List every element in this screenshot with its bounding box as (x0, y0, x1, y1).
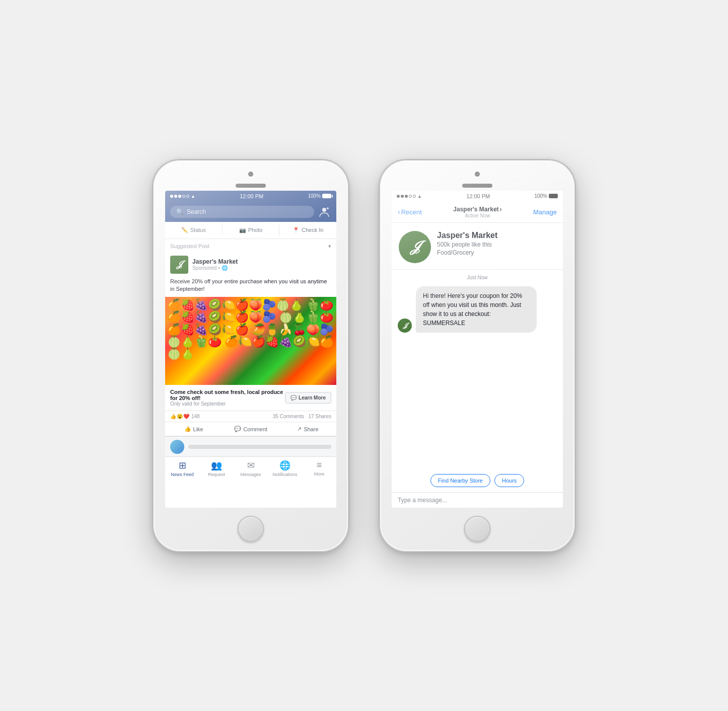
jaspers-market-logo-large: 𝒥 (399, 231, 431, 263)
messenger-icon: 💬 (290, 395, 297, 401)
wifi-icon: ▲ (191, 194, 195, 199)
manage-button[interactable]: Manage (533, 208, 557, 216)
fb-suggested-label: Suggested Post ▾ (165, 239, 336, 252)
like-button[interactable]: 👍 Like (165, 423, 222, 435)
photo-button[interactable]: 📷 Photo (223, 225, 280, 235)
news-feed-icon: ⊞ (179, 460, 186, 471)
fb-search-box[interactable]: 🔍 Search (170, 206, 314, 218)
fb-status-time: 12:00 PM (240, 193, 263, 199)
comments-count: 35 Comments (273, 414, 304, 419)
notifications-icon: 🌐 (279, 460, 290, 471)
cta-title: Come check out some fresh, local produce… (170, 389, 285, 401)
status-icon: ✏️ (181, 227, 188, 233)
msg-bubble: Hi there! Here's your coupon for 20% off… (416, 286, 537, 333)
share-button[interactable]: ↗ Share (279, 423, 336, 435)
wow-emoji: 😮 (177, 414, 183, 419)
status-battery: 100% (308, 193, 331, 199)
notifications-label: Notifications (272, 472, 297, 477)
status-signal: ▲ (170, 194, 195, 199)
comment-label: Comment (243, 426, 267, 432)
checkin-label: Check In (302, 227, 323, 233)
reaction-emojis: 👍 😮 ❤️ 148 (170, 414, 200, 419)
msg-page-info: Jasper's Market › Active Now (453, 206, 501, 218)
fb-status-bar: ▲ 12:00 PM 100% (165, 191, 336, 202)
sponsored-text: Sponsored (192, 265, 216, 271)
fb-bottom-nav: ⊞ News Feed 👥 Request ✉ Messages 🌐 Notif… (165, 456, 336, 479)
like-label: Like (193, 426, 203, 432)
globe-icon: 🌐 (222, 265, 228, 271)
home-button-2[interactable] (464, 516, 490, 542)
msg-nav-bar: ‹ Recent Jasper's Market › Active Now Ma… (392, 202, 563, 223)
msg-input-field[interactable]: Type a message... (398, 497, 557, 504)
msg-page-meta: Jasper's Market 500k people like this Fo… (437, 231, 556, 256)
checkin-icon: 📍 (293, 227, 300, 233)
msg-page-name-text: Jasper's Market (453, 206, 498, 213)
request-icon: 👥 (211, 460, 222, 471)
status-button[interactable]: ✏️ Status (165, 225, 223, 235)
find-nearby-store-button[interactable]: Find Nearby Store (430, 474, 490, 487)
volume-up-button-2 (379, 246, 380, 276)
more-icon: ≡ (317, 460, 322, 470)
facebook-screen: ▲ 12:00 PM 100% 🔍 Search (165, 191, 336, 508)
msg-sender-avatar: 𝒥 (398, 319, 412, 333)
msg-status-time: 12:00 PM (466, 193, 490, 199)
power-button (348, 246, 349, 286)
share-icon: ↗ (297, 426, 302, 432)
msg-timestamp: Just Now (398, 275, 557, 280)
msg-battery-icon (549, 194, 558, 198)
nav-request[interactable]: 👥 Request (199, 460, 234, 477)
msg-page-name[interactable]: Jasper's Market (437, 231, 556, 240)
checkin-button[interactable]: 📍 Check In (279, 225, 336, 235)
post-header: 𝒥 Jasper's Market Sponsored • 🌐 (165, 252, 336, 278)
mdot5 (413, 195, 416, 198)
hours-button[interactable]: Hours (494, 474, 524, 487)
earpiece (236, 184, 266, 188)
fb-actions-bar: 👍 Like 💬 Comment ↗ Share (165, 422, 336, 436)
home-button-1[interactable] (238, 516, 264, 542)
dot-separator: • (218, 265, 220, 271)
mdot3 (405, 195, 408, 198)
messenger-screen: ▲ 12:00 PM 100% ‹ Recent Jas (392, 191, 563, 508)
heart-emoji: ❤️ (183, 414, 189, 419)
post-page-name[interactable]: Jasper's Market (192, 258, 331, 265)
fb-post-bar: ✏️ Status 📷 Photo 📍 Check In (165, 222, 336, 239)
mdot4 (409, 195, 412, 198)
fb-profile-icon[interactable] (317, 205, 331, 219)
status-label: Status (190, 227, 206, 233)
photo-label: Photo (248, 227, 263, 233)
msg-signal-dots (397, 195, 416, 198)
msg-input-bar: Type a message... (392, 492, 563, 508)
mdot2 (401, 195, 404, 198)
mute-button (153, 221, 154, 239)
back-chevron-icon: ‹ (398, 208, 400, 216)
comment-button[interactable]: 💬 Comment (222, 423, 279, 435)
msg-page-status: Active Now (453, 213, 501, 218)
nav-messages[interactable]: ✉ Messages (234, 460, 268, 477)
title-chevron-icon: › (500, 206, 502, 213)
back-button[interactable]: ‹ Recent (398, 208, 422, 216)
suggested-chevron: ▾ (328, 243, 331, 250)
volume-up-button (153, 246, 154, 276)
msg-chat-area: Just Now 𝒥 Hi there! Here's your coupon … (392, 270, 563, 469)
fb-nav-bar: 🔍 Search (165, 202, 336, 222)
nav-more[interactable]: ≡ More (302, 460, 336, 477)
next-post-preview (165, 436, 336, 456)
like-icon: 👍 (184, 426, 191, 432)
mute-button-2 (379, 221, 380, 239)
power-button-2 (574, 246, 575, 286)
msg-wifi-icon: ▲ (417, 194, 422, 199)
msg-page-likes: 500k people like this (437, 241, 556, 248)
more-label: More (314, 471, 325, 477)
reaction-count: 148 (191, 414, 200, 419)
cta-subtitle: Only valid for September (170, 401, 285, 407)
fb-reactions-bar: 👍 😮 ❤️ 148 35 Comments 17 Shares (165, 411, 336, 422)
nav-notifications[interactable]: 🌐 Notifications (268, 460, 302, 477)
msg-battery-fill (549, 194, 557, 198)
battery-percent: 100% (308, 193, 321, 199)
learn-more-button[interactable]: 💬 Learn More (285, 392, 331, 404)
earpiece-2 (462, 184, 492, 188)
nav-news-feed[interactable]: ⊞ News Feed (165, 460, 199, 477)
msg-quick-replies: Find Nearby Store Hours (392, 469, 563, 492)
phone-top-2 (380, 161, 574, 188)
fb-cta-row: Come check out some fresh, local produce… (165, 385, 336, 411)
